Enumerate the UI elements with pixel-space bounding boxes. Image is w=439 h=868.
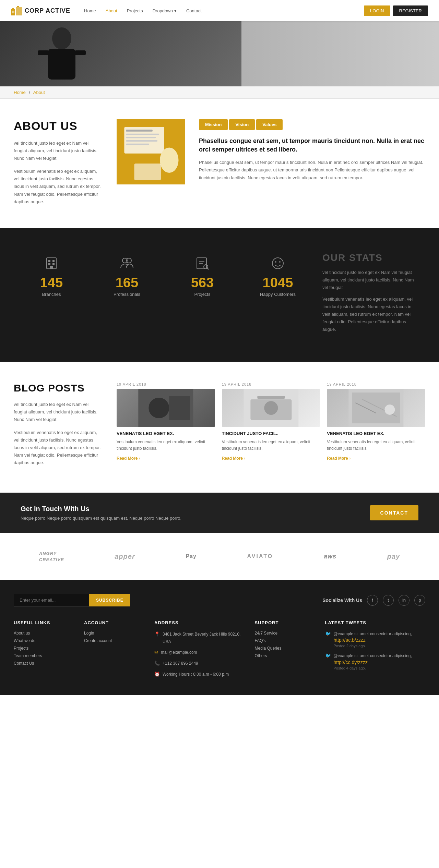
about-headline: Phasellus congue erat sem, ut tempor mau… [199, 137, 425, 154]
register-button[interactable]: REGISTER [393, 5, 428, 16]
tab-mission[interactable]: Mission [199, 119, 228, 130]
svg-rect-22 [48, 260, 50, 262]
stat-label-branches: Branches [42, 292, 61, 297]
footer-col-title-address: ADDRESS [154, 620, 245, 625]
people-icon [119, 256, 134, 271]
footer-link-faq[interactable]: FAQ's [255, 638, 315, 643]
contact-button[interactable]: CONTACT [370, 505, 418, 520]
footer: SUBSCRIBE Socialize With Us f t in p USE… [0, 580, 439, 695]
email-icon: ✉ [154, 650, 158, 655]
footer-col-useful-links: USEFUL LINKS About us What we do Project… [14, 620, 84, 682]
svg-rect-39 [169, 396, 190, 420]
nav-contact[interactable]: Contact [186, 8, 202, 13]
logo-apper: apper [115, 553, 135, 560]
tweet-link-2[interactable]: http://cc.dy/zzzz [334, 660, 368, 665]
tweet-link-1[interactable]: http://ac.b/zzzz [334, 637, 366, 643]
svg-rect-1 [12, 8, 14, 9]
footer-link-login[interactable]: Login [84, 631, 144, 636]
blog-date-2: 19 APRIL 2018 [222, 382, 320, 386]
address-location: 📍 3481 Jack Street Beverly Jack Hills 90… [154, 631, 245, 646]
blog-post-title-3: VENENATIS LEO EGET EX. [327, 431, 425, 436]
svg-rect-18 [126, 144, 149, 145]
address-hours: ⏰ Working Hours : 8:00 a.m - 6:00 p.m [154, 671, 245, 678]
address-email: ✉ mail@example.com [154, 649, 245, 656]
footer-link-about[interactable]: About us [14, 631, 74, 636]
tab-vision[interactable]: Vision [229, 119, 255, 130]
tweet-2: 🐦 @example sit amet consectetur adipisci… [325, 653, 415, 670]
email-subscribe-form: SUBSCRIBE [14, 594, 130, 606]
stat-projects: 563 Projects [165, 249, 240, 341]
stat-label-professionals: Professionals [114, 292, 140, 297]
svg-point-19 [160, 147, 178, 173]
brand-icon [11, 6, 22, 15]
tab-values[interactable]: Values [256, 119, 283, 130]
blog-text-2: Vestibulum venenatis leo eget ex aliquam… [14, 429, 103, 467]
svg-point-8 [52, 27, 71, 49]
about-left: ABOUT US vel tincidunt justo leo eget ex… [14, 119, 103, 211]
logo-aviato: AVIATO [247, 553, 273, 559]
address-text: 3481 Jack Street Beverly Jack Hills 9021… [163, 631, 245, 646]
svg-rect-24 [48, 263, 50, 265]
blog-image-3 [327, 389, 425, 427]
footer-col-title-account: ACCOUNT [84, 620, 144, 625]
blog-posts-grid: 19 APRIL 2018 VENENATIS LEO EGET EX. Ves… [117, 382, 425, 461]
logo-aws: aws [324, 553, 336, 560]
building-icon [44, 256, 59, 271]
brand-link[interactable]: CORP ACTIVE [11, 6, 70, 15]
svg-rect-4 [12, 11, 13, 12]
tweet-text-1: @example sit amet consectetur adipiscing… [334, 631, 412, 636]
contact-banner-title: Get In Touch With Us [21, 505, 181, 513]
stats-section: 145 Branches 165 Professionals 563 Proj [0, 228, 439, 362]
blog-date-3: 19 APRIL 2018 [327, 382, 425, 386]
blog-img-svg-3 [327, 389, 425, 427]
footer-col-title-tweets: LATEST TWEETS [325, 620, 415, 625]
social-facebook[interactable]: f [367, 595, 378, 606]
svg-point-42 [264, 401, 278, 415]
svg-rect-26 [50, 266, 53, 269]
navbar-actions: LOGIN REGISTER [364, 5, 428, 16]
about-body: Phasellus congue erat sem, ut tempor mau… [199, 159, 425, 181]
stats-items: 145 Branches 165 Professionals 563 Proj [14, 249, 316, 341]
subscribe-button[interactable]: SUBSCRIBE [89, 594, 130, 606]
about-section: ABOUT US vel tincidunt justo leo eget ex… [0, 99, 439, 228]
blog-read-more-2[interactable]: Read More › [222, 456, 246, 461]
social-instagram[interactable]: in [399, 595, 410, 606]
social-pinterest[interactable]: p [414, 595, 425, 606]
blog-left: BLOG POSTS vel tincidunt justo leo eget … [14, 382, 103, 472]
blog-img-svg-1 [117, 389, 215, 427]
hero-figure [27, 25, 96, 86]
login-button[interactable]: LOGIN [364, 5, 390, 16]
nav-about[interactable]: About [106, 8, 117, 13]
stat-branches: 145 Branches [14, 249, 89, 341]
footer-link-create-account[interactable]: Create account [84, 638, 144, 643]
social-twitter[interactable]: t [383, 595, 394, 606]
blog-read-more-3[interactable]: Read More › [327, 456, 351, 461]
nav-dropdown[interactable]: Dropdown ▾ [153, 8, 177, 13]
footer-link-team[interactable]: Team members [14, 653, 74, 658]
svg-rect-3 [17, 6, 19, 7]
blog-title: BLOG POSTS [14, 382, 103, 394]
footer-columns: USEFUL LINKS About us What we do Project… [14, 620, 425, 682]
svg-point-34 [272, 258, 283, 269]
footer-link-media[interactable]: Media Queries [255, 646, 315, 651]
smile-icon [270, 256, 285, 271]
svg-point-36 [279, 261, 281, 263]
nav-projects[interactable]: Projects [127, 8, 143, 13]
about-tabs: Mission Vision Values [199, 119, 425, 130]
phone-icon: 📞 [154, 661, 160, 666]
twitter-icon-2: 🐦 [325, 653, 331, 670]
footer-email-input[interactable] [14, 594, 89, 606]
blog-read-more-1[interactable]: Read More › [117, 456, 140, 461]
footer-link-contact[interactable]: Contact Us [14, 661, 74, 666]
breadcrumb-home[interactable]: Home [14, 90, 26, 95]
chevron-down-icon: ▾ [174, 8, 177, 13]
footer-link-projects[interactable]: Projects [14, 646, 74, 651]
nav-home[interactable]: Home [84, 8, 96, 13]
stat-professionals: 165 Professionals [89, 249, 165, 341]
stats-title: OUR STATS [322, 252, 418, 263]
footer-link-247[interactable]: 24/7 Service [255, 631, 315, 636]
footer-link-whatwedo[interactable]: What we do [14, 638, 74, 643]
pen-icon [195, 256, 210, 271]
svg-rect-2 [16, 7, 22, 15]
footer-link-others[interactable]: Others [255, 653, 315, 658]
